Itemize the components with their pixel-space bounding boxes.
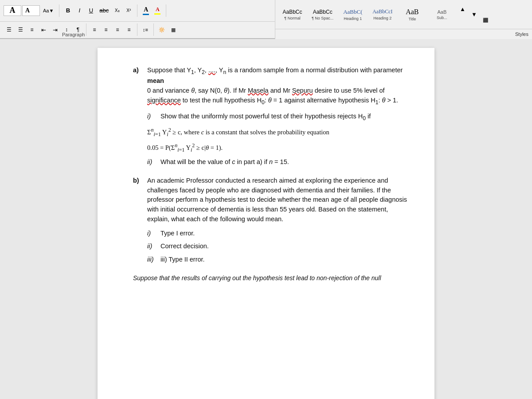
sep6: [153, 23, 154, 36]
document-content: a) Suppose that Y1, Y2, ...., Yn is a ra…: [133, 66, 408, 283]
document-area: a) Suppose that Y1, Y2, ...., Yn is a ra…: [0, 39, 532, 399]
style-no-space[interactable]: AaBbCc ¶ No Spac...: [308, 2, 337, 27]
sep2: [137, 4, 137, 17]
format-group: B I U abc X₂ X²: [63, 5, 134, 16]
part-ii-item: ii) What will be the value of c in part …: [147, 157, 408, 167]
borders-button[interactable]: ▦: [168, 24, 179, 35]
style-heading1[interactable]: AaBbC( Heading 1: [338, 2, 367, 27]
question-b: b) An academic Professor conducted a res…: [133, 176, 408, 265]
h0-sub-a: 0: [262, 99, 265, 105]
style-normal-label: ¶ Normal: [284, 16, 300, 20]
part-ii-text: What will be the value of c in part a) i…: [160, 157, 289, 167]
question-b-para1: An academic Professor conducted a resear…: [147, 176, 408, 224]
part-ii: ii) What will be the value of c in part …: [147, 157, 408, 167]
bold-button[interactable]: B: [63, 5, 73, 16]
style-normal[interactable]: AaBbCc ¶ Normal: [278, 2, 307, 27]
part-i-text: Show that the uniformly most powerful te…: [160, 112, 371, 122]
sum2-sub: i=1: [177, 147, 184, 153]
question-a-text: Suppose that Y1, Y2, ...., Yn is a rando…: [147, 66, 408, 106]
styles-items-row: AaBbCc ¶ Normal AaBbCc ¶ No Spac... AaBb…: [275, 0, 532, 29]
styles-scroll-down[interactable]: ▼: [469, 9, 479, 20]
justify-button[interactable]: ≡: [124, 24, 134, 35]
sep3: [166, 4, 166, 17]
yi2-sup: 2: [192, 142, 195, 149]
style-heading2[interactable]: AaBbCcI Heading 2: [368, 2, 397, 27]
font-name-box[interactable]: A: [4, 5, 21, 16]
highlight-button[interactable]: A: [152, 5, 163, 16]
shading-button[interactable]: 🔆: [156, 24, 167, 35]
toolbar-row1: A A Aa▼ B I U abc X₂ X² A A: [0, 0, 532, 22]
question-b-label: b): [133, 176, 142, 265]
numbering-button[interactable]: ☰: [15, 24, 26, 35]
style-heading1-label: Heading 1: [344, 16, 362, 21]
yi-sup: 2: [168, 127, 171, 133]
font-size-box[interactable]: A: [22, 5, 40, 16]
math-line2: 0.05 = P(Σni=1 Yi2 ≥ c|θ = 1).: [147, 141, 408, 154]
style-subtitle-label: Sub...: [437, 16, 447, 20]
text-color-group: A A: [141, 5, 163, 16]
sep5: [137, 23, 137, 36]
part-i-item: i) Show that the uniformly most powerful…: [147, 112, 408, 122]
style-heading1-preview: AaBbC(: [343, 8, 362, 16]
style-no-space-preview: AaBbCc: [313, 9, 332, 15]
sub-i-text: Type I error.: [160, 229, 195, 239]
paragraph-section-label: Paragraph: [62, 32, 85, 37]
question-a-para1: Suppose that Y1, Y2, ...., Yn is a rando…: [147, 66, 408, 86]
sepuru-name: Sepuru: [292, 87, 313, 94]
yn-sub: n: [223, 69, 226, 75]
masela-name: Masela: [248, 87, 269, 94]
question-a-para2: 0 and variance θ, say N(0, θ). If Mr Mas…: [147, 86, 408, 96]
font-group: A A Aa▼: [4, 5, 56, 16]
h1-sub-a: 1: [376, 99, 379, 105]
h0-sub-i: 0: [363, 115, 366, 121]
sub-iii-text: iii) Type II error.: [160, 255, 205, 265]
align-center-button[interactable]: ≡: [101, 24, 111, 35]
style-title[interactable]: AaB Title: [398, 2, 426, 27]
y2-sub: 2: [202, 69, 205, 75]
sub-iii-label: iii): [147, 255, 156, 265]
question-a-para3: significance to test the null hypothesis…: [147, 96, 408, 106]
sub-item-iii: iii) iii) Type II error.: [147, 255, 408, 265]
indent-decrease-button[interactable]: ⇤: [38, 24, 49, 35]
multilevel-list-button[interactable]: ≡: [27, 24, 37, 35]
footer-text-content: Suppose that the results of carrying out…: [133, 274, 381, 282]
style-title-label: Title: [409, 17, 416, 21]
style-normal-preview: AaBbCc: [282, 9, 302, 15]
mean-bold: mean: [147, 77, 164, 84]
styles-footer: Styles: [275, 29, 532, 39]
shading-group: 🔆 ▦: [156, 24, 179, 35]
y1-sub: 1: [191, 69, 194, 75]
indent-increase-button[interactable]: ⇥: [50, 24, 60, 35]
question-b-text: An academic Professor conducted a resear…: [147, 176, 408, 265]
styles-scroll-up[interactable]: ▲: [457, 4, 468, 14]
theta-italic: θ: [191, 87, 195, 94]
styles-expand[interactable]: ⬛: [480, 15, 491, 25]
style-heading2-preview: AaBbCcI: [372, 8, 392, 15]
footer-text: Suppose that the results of carrying out…: [133, 274, 408, 283]
align-left-button[interactable]: ≡: [89, 24, 100, 35]
strikethrough-button[interactable]: abc: [97, 5, 111, 16]
underline-button[interactable]: U: [86, 5, 96, 16]
subscript-button[interactable]: X₂: [112, 5, 122, 16]
math-line1: Σni=1 Yi2 ≥ c, where c is a constant tha…: [147, 126, 408, 138]
line-spacing-button[interactable]: ↕≡: [140, 24, 151, 35]
spacing-group: ↕≡: [140, 24, 151, 35]
style-heading2-label: Heading 2: [373, 16, 391, 20]
style-subtitle[interactable]: AaB Sub...: [427, 2, 456, 27]
part-i-label: i): [147, 112, 156, 122]
superscript-button[interactable]: X²: [123, 5, 134, 16]
italic-button[interactable]: I: [74, 5, 85, 16]
align-group: ≡ ≡ ≡ ≡: [89, 24, 134, 35]
sep1: [59, 4, 59, 17]
toolbar: A A Aa▼ B I U abc X₂ X² A A: [0, 0, 532, 39]
sep4: [86, 23, 86, 36]
style-subtitle-preview: AaB: [437, 9, 446, 15]
bullets-button[interactable]: ☰: [4, 24, 14, 35]
font-aa-dropdown[interactable]: Aa▼: [41, 5, 56, 16]
style-title-preview: AaB: [406, 8, 419, 16]
sub-ii-text: Correct decision.: [160, 242, 209, 251]
text-color-button[interactable]: A: [141, 5, 151, 16]
question-a: a) Suppose that Y1, Y2, ...., Yn is a ra…: [133, 66, 408, 106]
part-i: i) Show that the uniformly most powerful…: [147, 112, 408, 154]
align-right-button[interactable]: ≡: [112, 24, 123, 35]
